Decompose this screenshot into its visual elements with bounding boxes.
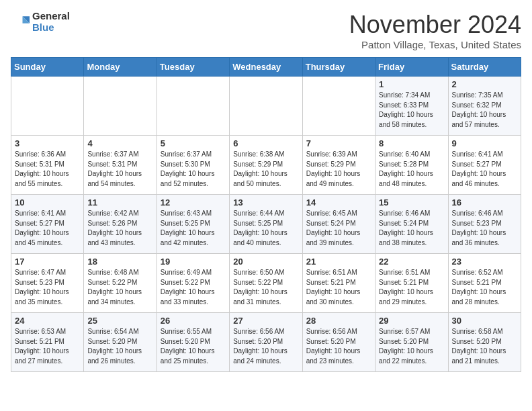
day-number: 20 (233, 257, 298, 267)
day-info: Sunrise: 6:40 AM Sunset: 5:28 PM Dayligh… (379, 150, 444, 189)
day-info: Sunrise: 6:44 AM Sunset: 5:25 PM Dayligh… (233, 209, 298, 248)
day-info: Sunrise: 6:43 AM Sunset: 5:25 PM Dayligh… (161, 209, 226, 248)
calendar-cell: 20Sunrise: 6:50 AM Sunset: 5:22 PM Dayli… (230, 254, 302, 313)
day-of-week-header: Wednesday (230, 58, 302, 77)
calendar-cell: 16Sunrise: 6:46 AM Sunset: 5:23 PM Dayli… (448, 195, 521, 254)
day-of-week-header: Sunday (11, 58, 84, 77)
calendar-cell: 6Sunrise: 6:38 AM Sunset: 5:29 PM Daylig… (230, 136, 302, 195)
day-number: 25 (87, 316, 152, 326)
calendar-cell (230, 77, 302, 136)
calendar-cell: 15Sunrise: 6:46 AM Sunset: 5:24 PM Dayli… (375, 195, 448, 254)
calendar-cell: 5Sunrise: 6:37 AM Sunset: 5:30 PM Daylig… (157, 136, 229, 195)
calendar-cell (84, 77, 157, 136)
calendar-table: SundayMondayTuesdayWednesdayThursdayFrid… (11, 57, 521, 372)
day-number: 23 (452, 257, 517, 267)
day-info: Sunrise: 6:53 AM Sunset: 5:21 PM Dayligh… (15, 327, 80, 366)
day-number: 13 (233, 197, 298, 208)
day-of-week-header: Friday (375, 58, 448, 77)
day-info: Sunrise: 6:42 AM Sunset: 5:26 PM Dayligh… (87, 209, 152, 248)
day-number: 24 (15, 316, 80, 326)
calendar-cell: 14Sunrise: 6:45 AM Sunset: 5:24 PM Dayli… (302, 195, 375, 254)
day-number: 16 (452, 197, 517, 208)
title-block: November 2024 Patton Village, Texas, Uni… (349, 11, 521, 50)
calendar-cell: 28Sunrise: 6:56 AM Sunset: 5:20 PM Dayli… (302, 313, 375, 372)
day-info: Sunrise: 6:46 AM Sunset: 5:24 PM Dayligh… (379, 209, 444, 248)
day-info: Sunrise: 6:39 AM Sunset: 5:29 PM Dayligh… (306, 150, 371, 189)
calendar-cell: 17Sunrise: 6:47 AM Sunset: 5:23 PM Dayli… (11, 254, 84, 313)
day-number: 18 (87, 257, 152, 267)
day-info: Sunrise: 6:51 AM Sunset: 5:21 PM Dayligh… (306, 268, 371, 307)
day-number: 29 (379, 316, 444, 326)
day-number: 1 (379, 79, 444, 89)
day-number: 17 (15, 257, 80, 267)
logo: General Blue (11, 11, 70, 33)
calendar-cell: 22Sunrise: 6:51 AM Sunset: 5:21 PM Dayli… (375, 254, 448, 313)
calendar-cell: 21Sunrise: 6:51 AM Sunset: 5:21 PM Dayli… (302, 254, 375, 313)
day-info: Sunrise: 6:47 AM Sunset: 5:23 PM Dayligh… (15, 268, 80, 307)
day-info: Sunrise: 6:45 AM Sunset: 5:24 PM Dayligh… (306, 209, 371, 248)
day-number: 3 (15, 138, 80, 148)
day-info: Sunrise: 6:54 AM Sunset: 5:20 PM Dayligh… (87, 327, 152, 366)
day-info: Sunrise: 6:46 AM Sunset: 5:23 PM Dayligh… (452, 209, 517, 248)
day-number: 26 (161, 316, 226, 326)
calendar-cell: 4Sunrise: 6:37 AM Sunset: 5:31 PM Daylig… (84, 136, 157, 195)
day-number: 9 (452, 138, 517, 148)
day-info: Sunrise: 6:37 AM Sunset: 5:31 PM Dayligh… (87, 150, 152, 189)
day-info: Sunrise: 6:36 AM Sunset: 5:31 PM Dayligh… (15, 150, 80, 189)
day-info: Sunrise: 6:38 AM Sunset: 5:29 PM Dayligh… (233, 150, 298, 189)
day-of-week-header: Saturday (448, 58, 521, 77)
calendar-cell: 1Sunrise: 7:34 AM Sunset: 6:33 PM Daylig… (375, 77, 448, 136)
day-number: 10 (15, 197, 80, 208)
day-number: 22 (379, 257, 444, 267)
calendar-cell: 25Sunrise: 6:54 AM Sunset: 5:20 PM Dayli… (84, 313, 157, 372)
day-info: Sunrise: 6:41 AM Sunset: 5:27 PM Dayligh… (15, 209, 80, 248)
calendar-cell: 9Sunrise: 6:41 AM Sunset: 5:27 PM Daylig… (448, 136, 521, 195)
day-info: Sunrise: 6:50 AM Sunset: 5:22 PM Dayligh… (233, 268, 298, 307)
day-of-week-header: Thursday (302, 58, 375, 77)
calendar-cell: 23Sunrise: 6:52 AM Sunset: 5:21 PM Dayli… (448, 254, 521, 313)
calendar-cell: 13Sunrise: 6:44 AM Sunset: 5:25 PM Dayli… (230, 195, 302, 254)
calendar-cell: 12Sunrise: 6:43 AM Sunset: 5:25 PM Dayli… (157, 195, 229, 254)
day-number: 27 (233, 316, 298, 326)
page-header: General Blue November 2024 Patton Villag… (11, 11, 521, 50)
day-number: 2 (452, 79, 517, 89)
day-number: 5 (161, 138, 226, 148)
day-of-week-header: Tuesday (157, 58, 229, 77)
calendar-week-row: 10Sunrise: 6:41 AM Sunset: 5:27 PM Dayli… (11, 195, 521, 254)
day-number: 11 (87, 197, 152, 208)
day-info: Sunrise: 6:41 AM Sunset: 5:27 PM Dayligh… (452, 150, 517, 189)
day-info: Sunrise: 6:58 AM Sunset: 5:20 PM Dayligh… (452, 327, 517, 366)
day-number: 28 (306, 316, 371, 326)
day-number: 7 (306, 138, 371, 148)
day-info: Sunrise: 6:48 AM Sunset: 5:22 PM Dayligh… (87, 268, 152, 307)
day-number: 30 (452, 316, 517, 326)
location: Patton Village, Texas, United States (349, 39, 521, 50)
calendar-cell: 11Sunrise: 6:42 AM Sunset: 5:26 PM Dayli… (84, 195, 157, 254)
logo-text: General Blue (32, 11, 70, 33)
calendar-body: 1Sunrise: 7:34 AM Sunset: 6:33 PM Daylig… (11, 77, 521, 372)
day-number: 21 (306, 257, 371, 267)
calendar-cell: 24Sunrise: 6:53 AM Sunset: 5:21 PM Dayli… (11, 313, 84, 372)
calendar-cell: 2Sunrise: 7:35 AM Sunset: 6:32 PM Daylig… (448, 77, 521, 136)
day-info: Sunrise: 6:49 AM Sunset: 5:22 PM Dayligh… (161, 268, 226, 307)
calendar-cell: 10Sunrise: 6:41 AM Sunset: 5:27 PM Dayli… (11, 195, 84, 254)
day-number: 19 (161, 257, 226, 267)
day-number: 15 (379, 197, 444, 208)
calendar-cell: 3Sunrise: 6:36 AM Sunset: 5:31 PM Daylig… (11, 136, 84, 195)
day-info: Sunrise: 6:55 AM Sunset: 5:20 PM Dayligh… (161, 327, 226, 366)
calendar-cell: 30Sunrise: 6:58 AM Sunset: 5:20 PM Dayli… (448, 313, 521, 372)
month-title: November 2024 (349, 11, 521, 39)
day-info: Sunrise: 6:37 AM Sunset: 5:30 PM Dayligh… (161, 150, 226, 189)
day-number: 6 (233, 138, 298, 148)
day-info: Sunrise: 6:56 AM Sunset: 5:20 PM Dayligh… (306, 327, 371, 366)
day-info: Sunrise: 6:52 AM Sunset: 5:21 PM Dayligh… (452, 268, 517, 307)
calendar-cell: 29Sunrise: 6:57 AM Sunset: 5:20 PM Dayli… (375, 313, 448, 372)
calendar-header-row: SundayMondayTuesdayWednesdayThursdayFrid… (11, 58, 521, 77)
calendar-cell (11, 77, 84, 136)
calendar-week-row: 3Sunrise: 6:36 AM Sunset: 5:31 PM Daylig… (11, 136, 521, 195)
day-info: Sunrise: 6:51 AM Sunset: 5:21 PM Dayligh… (379, 268, 444, 307)
calendar-cell: 18Sunrise: 6:48 AM Sunset: 5:22 PM Dayli… (84, 254, 157, 313)
day-number: 8 (379, 138, 444, 148)
calendar-cell: 7Sunrise: 6:39 AM Sunset: 5:29 PM Daylig… (302, 136, 375, 195)
logo-icon (11, 13, 30, 32)
